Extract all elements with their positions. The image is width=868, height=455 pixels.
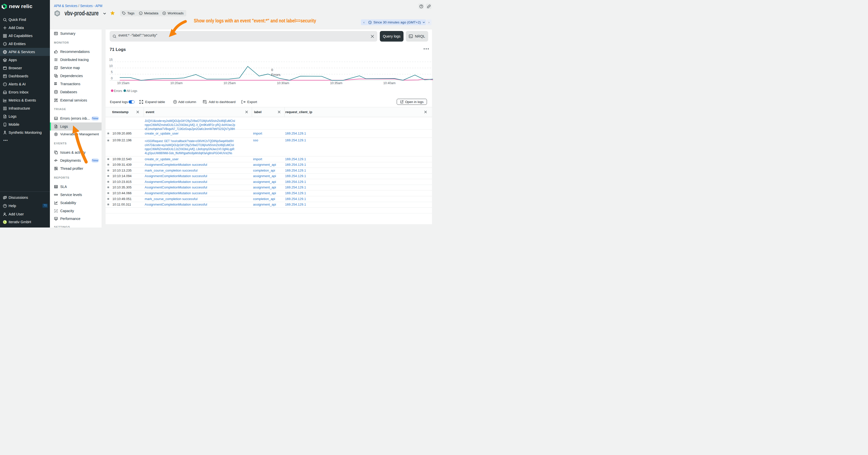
svg-text:5: 5 [111, 70, 113, 74]
svg-text:Errors: Errors [271, 73, 280, 76]
svg-text:10:40am: 10:40am [383, 82, 396, 85]
svg-text:10:30am: 10:30am [277, 82, 289, 85]
svg-text:10: 10 [109, 64, 113, 68]
svg-text:10:15am: 10:15am [117, 82, 129, 85]
svg-text:10:20am: 10:20am [170, 82, 183, 85]
svg-text:0: 0 [111, 76, 113, 80]
svg-text:0: 0 [271, 68, 273, 72]
svg-text:15: 15 [109, 58, 113, 62]
svg-text:new relic: new relic [9, 3, 32, 9]
svg-text:10:35am: 10:35am [330, 82, 342, 85]
svg-text:10:25am: 10:25am [223, 82, 236, 85]
